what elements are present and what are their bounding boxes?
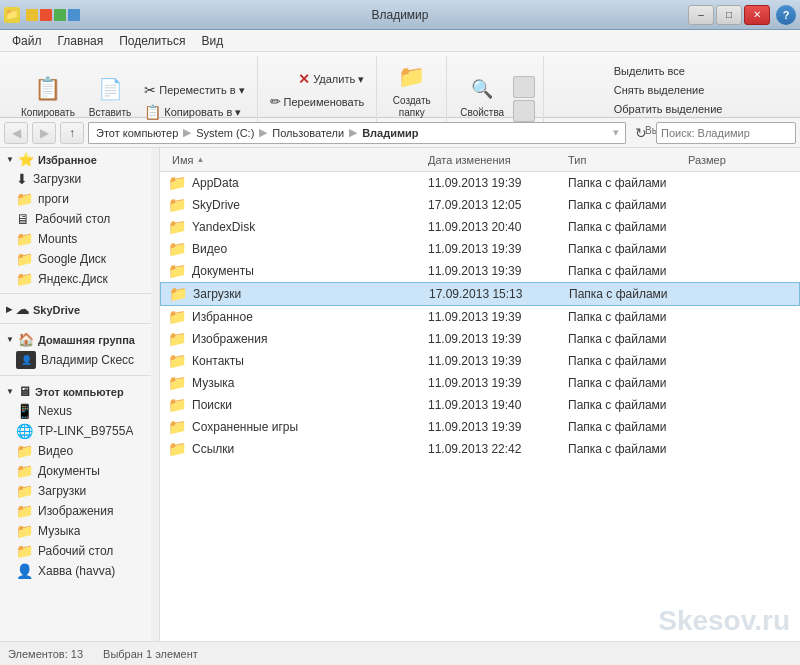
menu-item-файл[interactable]: Файл (4, 32, 50, 50)
back-button[interactable]: ◀ (4, 122, 28, 144)
file-name-images: 📁 Изображения (168, 330, 428, 348)
path-part-thispc[interactable]: Этот компьютер (93, 126, 181, 140)
table-row[interactable]: 📁 Видео 11.09.2013 19:39 Папка с файлами (160, 238, 800, 260)
sidebar-item-havva[interactable]: 👤 Хавва (havva) (0, 561, 151, 581)
sidebar-item-downloads[interactable]: ⬇ Загрузки (0, 169, 151, 189)
new-folder-label: Создать папку (393, 95, 431, 119)
sidebar-item-docs[interactable]: 📁 Документы (0, 461, 151, 481)
menu-item-поделиться[interactable]: Поделиться (111, 32, 193, 50)
copy-label: Копировать (21, 107, 75, 119)
file-name-contacts: 📁 Контакты (168, 352, 428, 370)
folder-icon: 📁 (168, 308, 187, 326)
folder-icon: 📁 (168, 330, 187, 348)
sidebar-item-images[interactable]: 📁 Изображения (0, 501, 151, 521)
menu-item-вид[interactable]: Вид (193, 32, 231, 50)
downloads2-icon: 📁 (16, 483, 33, 499)
table-row[interactable]: 📁 Ссылки 11.09.2013 22:42 Папка с файлам… (160, 438, 800, 460)
sidebar-item-google-disk[interactable]: 📁 Google Диск (0, 249, 151, 269)
table-row[interactable]: 📁 Избранное 11.09.2013 19:39 Папка с фай… (160, 306, 800, 328)
file-name-downloads: 📁 Загрузки (169, 285, 429, 303)
sidebar-item-video[interactable]: 📁 Видео (0, 441, 151, 461)
path-part-current[interactable]: Владимир (359, 126, 421, 140)
file-name-search: 📁 Поиски (168, 396, 428, 414)
col-header-size[interactable]: Размер (688, 154, 792, 166)
file-type-yandexdisk: Папка с файлами (568, 220, 688, 234)
properties-button[interactable]: 🔍 Свойства (455, 70, 509, 122)
table-row[interactable]: 📁 Сохраненные игры 11.09.2013 19:39 Папк… (160, 416, 800, 438)
path-part-systemc[interactable]: System (C:) (193, 126, 257, 140)
table-row[interactable]: 📁 Контакты 11.09.2013 19:39 Папка с файл… (160, 350, 800, 372)
move-to-button[interactable]: ✂ Переместить в ▾ (140, 80, 248, 100)
sidebar-item-downloads2[interactable]: 📁 Загрузки (0, 481, 151, 501)
table-row[interactable]: 📁 YandexDisk 11.09.2013 20:40 Папка с фа… (160, 216, 800, 238)
table-row[interactable]: 📁 Документы 11.09.2013 19:39 Папка с фай… (160, 260, 800, 282)
table-row[interactable]: 📁 Музыка 11.09.2013 19:39 Папка с файлам… (160, 372, 800, 394)
copy-button[interactable]: 📋 Копировать (16, 70, 80, 122)
file-name-yandexdisk: 📁 YandexDisk (168, 218, 428, 236)
folder-icon: 📁 (168, 218, 187, 236)
sidebar-item-nexus[interactable]: 📱 Nexus (0, 401, 151, 421)
copy-to-icon: 📋 (144, 104, 161, 120)
open-btn-1[interactable] (513, 76, 535, 98)
column-headers: Имя ▲ Дата изменения Тип Размер (160, 148, 800, 172)
sidebar-item-tp-link[interactable]: 🌐 TP-LINK_B9755A (0, 421, 151, 441)
downloads-label: Загрузки (33, 172, 81, 186)
sidebar-header-favorites[interactable]: ▼ ⭐ Избранное (0, 148, 151, 169)
sidebar-item-desktop2[interactable]: 📁 Рабочий стол (0, 541, 151, 561)
yandex-disk-label: Яндекс.Диск (38, 272, 108, 286)
desktop2-label: Рабочий стол (38, 544, 113, 558)
refresh-button[interactable]: ↻ (630, 122, 652, 144)
file-name-music: 📁 Музыка (168, 374, 428, 392)
file-name-video: 📁 Видео (168, 240, 428, 258)
path-sep-2: ▶ (259, 126, 267, 139)
file-type-skydrive: Папка с файлами (568, 198, 688, 212)
col-header-date[interactable]: Дата изменения (428, 154, 568, 166)
minimize-button[interactable]: – (688, 5, 714, 25)
table-row[interactable]: 📁 AppData 11.09.2013 19:39 Папка с файла… (160, 172, 800, 194)
file-type-contacts: Папка с файлами (568, 354, 688, 368)
sidebar-header-skydrive[interactable]: ▶ ☁ SkyDrive (0, 298, 151, 319)
col-header-type[interactable]: Тип (568, 154, 688, 166)
close-button[interactable]: ✕ (744, 5, 770, 25)
sidebar-item-progi[interactable]: 📁 проги (0, 189, 151, 209)
open-btn-2[interactable] (513, 100, 535, 122)
file-name-saved-games: 📁 Сохраненные игры (168, 418, 428, 436)
sidebar-item-vladimirs[interactable]: 👤 Владимир Скесс (0, 349, 151, 371)
deselect-button[interactable]: Снять выделение (610, 82, 727, 98)
menu-item-главная[interactable]: Главная (50, 32, 112, 50)
sidebar-item-desktop[interactable]: 🖥 Рабочий стол (0, 209, 151, 229)
sidebar-item-music[interactable]: 📁 Музыка (0, 521, 151, 541)
help-button[interactable]: ? (776, 5, 796, 25)
new-folder-button[interactable]: 📁 Создать папку (388, 58, 436, 122)
table-row[interactable]: 📁 Изображения 11.09.2013 19:39 Папка с ф… (160, 328, 800, 350)
color-square-3 (54, 9, 66, 21)
sidebar-header-homegroup[interactable]: ▼ 🏠 Домашняя группа (0, 328, 151, 349)
search-box[interactable]: 🔍 (656, 122, 796, 144)
table-row[interactable]: 📁 SkyDrive 17.09.2013 12:05 Папка с файл… (160, 194, 800, 216)
up-button[interactable]: ↑ (60, 122, 84, 144)
dropdown-arrow[interactable]: ▾ (613, 126, 619, 139)
col-type-label: Тип (568, 154, 586, 166)
delete-button[interactable]: ✕ Удалить ▾ (294, 69, 368, 89)
file-name-text: Поиски (192, 398, 232, 412)
new-folder-icon: 📁 (396, 61, 428, 93)
maximize-button[interactable]: □ (716, 5, 742, 25)
havva-label: Хавва (havva) (38, 564, 115, 578)
sidebar-header-thispc[interactable]: ▼ 🖥 Этот компьютер (0, 380, 151, 401)
col-header-name[interactable]: Имя ▲ (168, 154, 428, 166)
invert-button[interactable]: Обратить выделение (610, 101, 727, 117)
ribbon: 📋 Копировать 📄 Вставить ✂ Переместить в … (0, 52, 800, 118)
sidebar-item-yandex-disk[interactable]: 📁 Яндекс.Диск (0, 269, 151, 289)
copy-to-button[interactable]: 📋 Копировать в ▾ (140, 102, 248, 122)
rename-button[interactable]: ✏ Переименовать (266, 92, 369, 111)
nexus-icon: 📱 (16, 403, 33, 419)
paste-button[interactable]: 📄 Вставить (84, 70, 136, 122)
sidebar-item-mounts[interactable]: 📁 Mounts (0, 229, 151, 249)
select-all-button[interactable]: Выделить все (610, 63, 727, 79)
file-date-downloads: 17.09.2013 15:13 (429, 287, 569, 301)
table-row[interactable]: 📁 Загрузки 17.09.2013 15:13 Папка с файл… (160, 282, 800, 306)
search-input[interactable] (661, 127, 799, 139)
path-part-users[interactable]: Пользователи (269, 126, 347, 140)
table-row[interactable]: 📁 Поиски 11.09.2013 19:40 Папка с файлам… (160, 394, 800, 416)
forward-button[interactable]: ▶ (32, 122, 56, 144)
